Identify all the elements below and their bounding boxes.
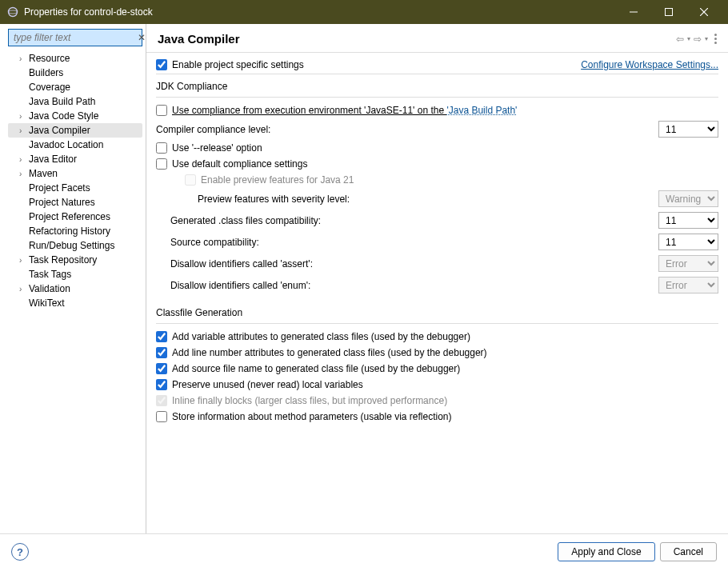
store-params-label: Store information about method parameter… — [172, 411, 718, 422]
help-icon[interactable]: ? — [11, 543, 29, 561]
preview-severity-label: Preview features with severity level: — [198, 194, 658, 205]
back-dropdown-icon[interactable]: ▾ — [686, 35, 692, 42]
tree-item[interactable]: ›Resource — [8, 51, 142, 66]
clear-filter-icon[interactable]: ✕ — [136, 32, 147, 43]
forward-dropdown-icon[interactable]: ▾ — [703, 35, 710, 42]
content-area: JDK Compliance Use compliance from execu… — [146, 74, 728, 533]
maximize-button[interactable] — [651, 0, 686, 24]
window-title: Properties for control-de-stock — [24, 6, 616, 18]
tree-item-label: Run/Debug Settings — [29, 240, 114, 251]
menu-icon[interactable] — [714, 34, 717, 44]
tree-item[interactable]: ›Validation — [8, 282, 142, 296]
use-release-label: Use '--release' option — [172, 142, 718, 154]
back-icon[interactable]: ⇦ — [674, 34, 686, 45]
tree-item[interactable]: ›Maven — [8, 166, 142, 181]
tree-item-label: Java Build Path — [29, 96, 95, 107]
expand-icon[interactable]: › — [19, 112, 29, 121]
tree-item[interactable]: Coverage — [8, 80, 142, 94]
generated-compat-select[interactable]: 11 — [658, 212, 718, 229]
disallow-assert-row: Disallow identifiers called 'assert': Er… — [156, 253, 718, 274]
store-params-row: Store information about method parameter… — [156, 409, 718, 425]
generated-compat-label: Generated .class files compatibility: — [170, 215, 658, 226]
tree-item[interactable]: ›Java Compiler — [8, 123, 142, 138]
enable-project-settings-label: Enable project specific settings — [172, 59, 304, 70]
expand-icon[interactable]: › — [19, 256, 29, 265]
tree-item[interactable]: ›Java Editor — [8, 152, 142, 166]
disallow-assert-select: Error — [658, 255, 718, 272]
disallow-enum-row: Disallow identifiers called 'enum': Erro… — [156, 274, 718, 296]
tree-item-label: Java Compiler — [29, 125, 90, 136]
classfile-title: Classfile Generation — [156, 307, 718, 320]
enable-project-settings-checkbox[interactable] — [156, 59, 167, 70]
tree-item[interactable]: Builders — [8, 66, 142, 80]
tree-item-label: Task Repository — [29, 254, 97, 266]
java-build-path-link[interactable]: 'Java Build Path' — [446, 105, 517, 116]
preserve-unused-checkbox[interactable] — [156, 379, 167, 390]
expand-icon[interactable]: › — [19, 155, 29, 164]
filter-input[interactable] — [12, 31, 136, 44]
line-numbers-checkbox[interactable] — [156, 347, 167, 358]
use-release-row: Use '--release' option — [156, 140, 718, 156]
tree-item-label: Resource — [29, 53, 70, 64]
compliance-level-row: Compiler compliance level: 11 — [156, 118, 718, 140]
apply-close-button[interactable]: Apply and Close — [558, 542, 654, 561]
svg-point-0 — [9, 8, 18, 17]
disallow-enum-label: Disallow identifiers called 'enum': — [170, 280, 658, 291]
project-settings-bar: Enable project specific settings Configu… — [146, 53, 728, 74]
svg-point-1 — [9, 10, 18, 14]
tree-item-label: Javadoc Location — [29, 139, 103, 150]
svg-rect-3 — [666, 9, 673, 16]
tree-item[interactable]: ›Task Repository — [8, 253, 142, 267]
tree-item-label: Coverage — [29, 82, 70, 93]
source-compat-row: Source compatibility: 11 — [156, 231, 718, 253]
compliance-level-select[interactable]: 11 — [658, 121, 718, 138]
tree-item[interactable]: WikiText — [8, 296, 142, 310]
tree-item[interactable]: Refactoring History — [8, 224, 142, 238]
var-attrs-label: Add variable attributes to generated cla… — [172, 331, 718, 342]
expand-icon[interactable]: › — [19, 54, 29, 63]
minimize-button[interactable] — [616, 0, 651, 24]
expand-icon[interactable]: › — [19, 170, 29, 178]
forward-icon[interactable]: ⇨ — [692, 34, 703, 45]
eclipse-icon — [6, 6, 19, 18]
tree-item-label: Task Tags — [29, 269, 71, 280]
tree-item[interactable]: Java Build Path — [8, 94, 142, 109]
tree-item[interactable]: Project Facets — [8, 181, 142, 195]
close-button[interactable] — [686, 0, 722, 24]
tree-item[interactable]: Run/Debug Settings — [8, 238, 142, 253]
expand-icon[interactable]: › — [19, 126, 29, 135]
tree-item-label: Project References — [29, 211, 110, 222]
jdk-compliance-title: JDK Compliance — [156, 81, 718, 94]
preview-severity-select: Warning — [658, 190, 718, 207]
sidebar: ✕ ›ResourceBuildersCoverageJava Build Pa… — [0, 24, 146, 533]
cancel-button[interactable]: Cancel — [660, 542, 717, 561]
source-compat-select[interactable]: 11 — [658, 234, 718, 250]
tree-item[interactable]: Javadoc Location — [8, 138, 142, 152]
tree-item-label: Project Facets — [29, 182, 90, 194]
tree-item[interactable]: Project Natures — [8, 195, 142, 210]
source-file-checkbox[interactable] — [156, 363, 167, 374]
expand-icon[interactable]: › — [19, 285, 29, 293]
var-attrs-row: Add variable attributes to generated cla… — [156, 329, 718, 345]
inline-finally-label: Inline finally blocks (larger class file… — [172, 395, 718, 406]
footer: ? Apply and Close Cancel — [0, 533, 728, 567]
configure-workspace-link[interactable]: Configure Workspace Settings... — [581, 59, 718, 70]
main-header: Java Compiler ⇦ ▾ ⇨ ▾ — [146, 24, 728, 53]
main-panel: Java Compiler ⇦ ▾ ⇨ ▾ Enable project spe… — [146, 24, 728, 533]
tree-item[interactable]: Task Tags — [8, 267, 142, 282]
tree-item-label: Validation — [29, 283, 70, 294]
tree-item-label: Java Code Style — [29, 110, 98, 122]
tree-item[interactable]: ›Java Code Style — [8, 109, 142, 123]
use-env-text: Use compliance from execution environmen… — [172, 105, 446, 116]
nav-tree: ›ResourceBuildersCoverageJava Build Path… — [3, 51, 142, 310]
enable-preview-checkbox — [185, 174, 196, 186]
use-env-checkbox[interactable] — [156, 105, 167, 116]
store-params-checkbox[interactable] — [156, 411, 167, 422]
preserve-unused-label: Preserve unused (never read) local varia… — [172, 379, 718, 390]
var-attrs-checkbox[interactable] — [156, 331, 167, 342]
use-default-checkbox[interactable] — [156, 158, 167, 170]
line-numbers-label: Add line number attributes to generated … — [172, 347, 718, 358]
enable-preview-row: Enable preview features for Java 21 — [156, 172, 718, 188]
tree-item[interactable]: Project References — [8, 210, 142, 224]
use-release-checkbox[interactable] — [156, 142, 167, 154]
